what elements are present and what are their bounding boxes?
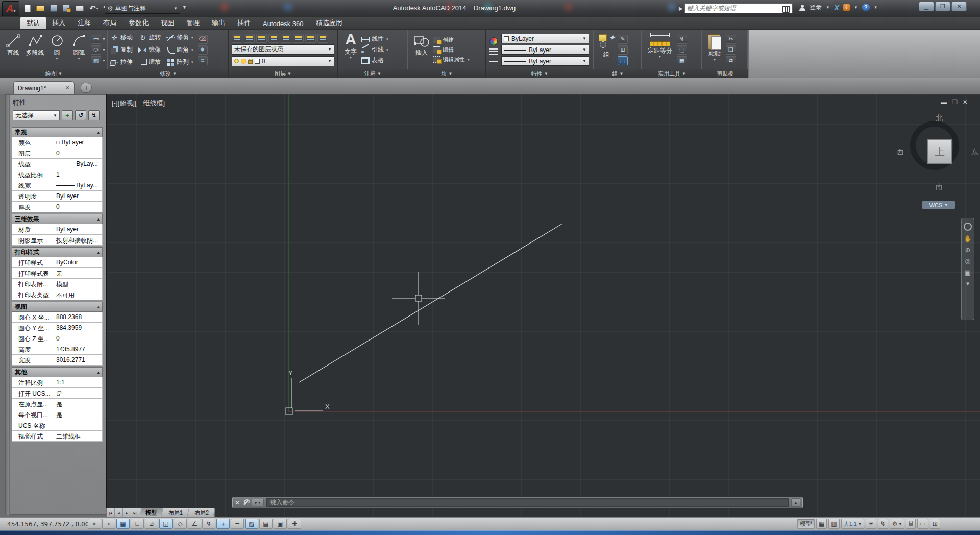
layer-match-icon[interactable]: [305, 34, 316, 43]
chevron-down-icon[interactable]: ▼: [102, 48, 106, 52]
group-selection-toggle[interactable]: ⬚: [618, 56, 628, 65]
palette-row[interactable]: 高度1435.8977: [12, 344, 103, 355]
windows-taskbar[interactable]: [0, 530, 980, 535]
scale-button[interactable]: 缩放: [138, 58, 163, 66]
erase-button[interactable]: ⌫: [198, 35, 208, 44]
tab-nav-first[interactable]: |◂: [107, 508, 115, 517]
rotate-button[interactable]: 旋转: [138, 33, 163, 42]
new-drawing-tab-button[interactable]: ＋: [81, 83, 92, 93]
tab-model[interactable]: 模型: [139, 508, 163, 517]
palette-row[interactable]: 透明度ByLayer: [12, 191, 103, 202]
layer-off-icon[interactable]: [244, 34, 255, 43]
insert-block-button[interactable]: 插入: [410, 31, 433, 69]
hatch-button[interactable]: ▨: [91, 56, 101, 65]
command-close-icon[interactable]: ✕: [235, 499, 240, 506]
zoom-icon[interactable]: ⊕: [965, 247, 971, 253]
help-icon[interactable]: ?: [862, 4, 870, 11]
new-file-icon[interactable]: [23, 3, 32, 14]
search-input[interactable]: [687, 5, 782, 12]
save-as-icon[interactable]: [62, 3, 71, 14]
viewcube-east-label[interactable]: 东: [971, 148, 978, 157]
layer-properties-icon[interactable]: [232, 34, 242, 43]
palette-row[interactable]: 打开 UCS...是: [12, 388, 103, 399]
exchange-apps-icon[interactable]: ⇩: [843, 4, 850, 11]
annotation-scale-button[interactable]: 人1:1▼: [841, 519, 864, 529]
file-tab-drawing1[interactable]: Drawing1* ✕: [13, 81, 75, 94]
ribbon-tab-parametric[interactable]: 参数化: [122, 17, 155, 29]
close-button[interactable]: ✕: [951, 2, 967, 11]
ribbon-tab-plugins[interactable]: 插件: [231, 17, 257, 29]
text-button[interactable]: A 文字 ▼: [340, 31, 361, 69]
palette-row[interactable]: 厚度0: [12, 202, 103, 212]
tab-layout1[interactable]: 布局1: [162, 508, 189, 517]
array-button[interactable]: 阵列▾: [166, 58, 193, 66]
infocenter-expand-icon[interactable]: ▶: [679, 6, 683, 11]
palette-row[interactable]: 打印表附...模型: [12, 279, 103, 289]
ribbon-tab-layout[interactable]: 布局: [97, 17, 122, 29]
circle-button[interactable]: 圆 ▼: [46, 31, 68, 69]
measure-button[interactable]: 定距等分 ▼: [644, 31, 676, 69]
layer-unisolate-icon[interactable]: [268, 34, 279, 43]
autocad-logo-icon[interactable]: A▾: [2, 1, 19, 16]
layer-lock-icon[interactable]: [293, 34, 304, 43]
layer-walk-icon[interactable]: [317, 34, 328, 43]
stretch-button[interactable]: 拉伸: [110, 58, 135, 66]
navbar-chevron-icon[interactable]: ▾: [966, 280, 970, 287]
group-edit-button[interactable]: ⊞: [618, 45, 628, 55]
command-input[interactable]: 键入命令: [266, 498, 789, 507]
palette-row[interactable]: 打印样式ByColor: [12, 257, 103, 268]
command-recent-icon[interactable]: ▸ ▾: [252, 499, 264, 506]
palette-row[interactable]: UCS 名称: [12, 420, 103, 431]
edit-block-button[interactable]: 编辑: [433, 46, 470, 54]
ribbon-tab-manage[interactable]: 管理: [180, 17, 206, 29]
line-button[interactable]: 直线: [2, 31, 24, 69]
offset-button[interactable]: ⊂: [198, 56, 208, 65]
quick-select-icon[interactable]: ↯: [88, 110, 100, 120]
selection-dropdown[interactable]: 无选择▼: [13, 110, 60, 120]
toggle-grid-display[interactable]: ▦: [116, 519, 130, 529]
tab-nav-next[interactable]: ▸: [123, 508, 131, 517]
ribbon-tab-insert[interactable]: 插入: [46, 17, 71, 29]
toggle-selection-cycling[interactable]: ▣: [274, 519, 287, 529]
paste-special-button[interactable]: ⧉: [726, 56, 736, 65]
palette-row[interactable]: 圆心 Z 坐...0: [12, 333, 103, 344]
palette-row[interactable]: 打印样式▴: [12, 247, 103, 257]
panel-label-utilities[interactable]: 实用工具▼: [642, 69, 702, 78]
chevron-down-icon[interactable]: ▼: [102, 37, 106, 41]
toggle-infer-constraints[interactable]: ⌖: [88, 519, 101, 529]
toggle-dynamic-ucs[interactable]: ↯: [202, 519, 215, 529]
palette-row[interactable]: 阴影显示投射和接收阴...: [12, 235, 103, 246]
ribbon-tab-featured-apps[interactable]: 精选应用: [310, 17, 349, 29]
linetype-icon[interactable]: [489, 58, 498, 63]
showmotion-icon[interactable]: ▣: [965, 269, 971, 276]
panel-label-layers[interactable]: 图层▼: [229, 69, 337, 78]
panel-label-group[interactable]: 组▼: [594, 69, 642, 78]
mirror-button[interactable]: 镜像: [138, 45, 163, 54]
palette-row[interactable]: 视觉样式二维线框: [12, 431, 103, 442]
layer-freeze-icon[interactable]: [281, 34, 291, 43]
exchange-chevron-icon[interactable]: ▼: [854, 5, 858, 10]
panel-label-clipboard[interactable]: 剪贴板: [702, 69, 748, 78]
palette-row[interactable]: 圆心 Y 坐...384.3959: [12, 323, 103, 333]
palette-row[interactable]: 线型比例1: [12, 169, 103, 180]
lineweight-icon[interactable]: [489, 48, 498, 55]
arc-button[interactable]: 圆弧 ▼: [68, 31, 90, 69]
paste-button[interactable]: 粘贴 ▼: [704, 31, 725, 69]
palette-row[interactable]: 每个视口...是: [12, 409, 103, 420]
toggle-object-snap-tracking[interactable]: ∠: [188, 519, 201, 529]
close-tab-icon[interactable]: ✕: [65, 85, 70, 91]
tab-layout2[interactable]: 布局2: [188, 508, 215, 517]
palette-row[interactable]: 图层0: [12, 148, 103, 159]
model-space-button[interactable]: 模型: [797, 519, 815, 529]
toggle-polar-tracking[interactable]: ⊿: [145, 519, 158, 529]
explode-button[interactable]: ✸: [198, 45, 208, 55]
palette-row[interactable]: 注释比例1:1: [12, 377, 103, 388]
edit-attributes-button[interactable]: 编辑属性▾: [433, 56, 470, 63]
ribbon-tab-view[interactable]: 视图: [155, 17, 180, 29]
palette-row[interactable]: 视图▴: [12, 302, 103, 312]
ribbon-collapse-icon[interactable]: ▲ ▾: [331, 19, 342, 25]
toggle-dynamic-input[interactable]: ＋: [216, 519, 230, 529]
layer-dropdown[interactable]: 0 ▼: [232, 56, 334, 66]
toggle-ortho-mode[interactable]: ∟: [131, 519, 144, 529]
palette-row[interactable]: 材质ByLayer: [12, 224, 103, 235]
